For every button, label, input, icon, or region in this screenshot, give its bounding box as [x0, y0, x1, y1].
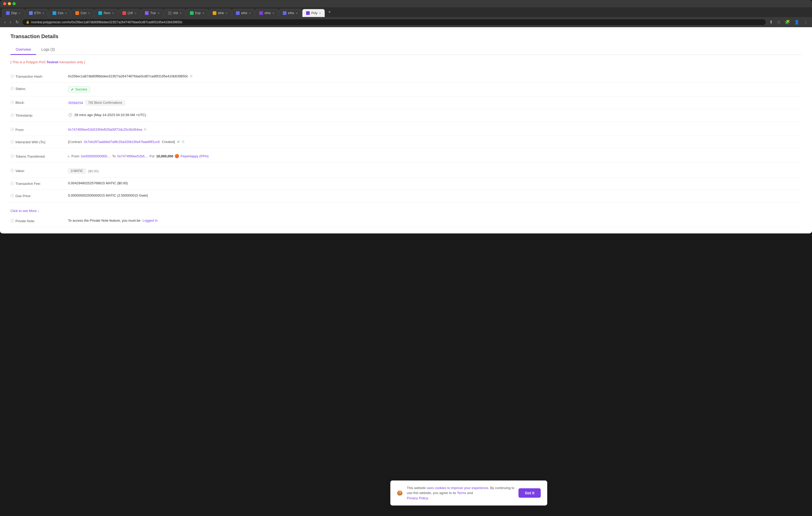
tab-close-icon[interactable]: ✕ — [272, 12, 274, 14]
tab-close-icon[interactable]: ✕ — [112, 12, 114, 14]
tab-logs[interactable]: Logs (3) — [36, 45, 60, 55]
tab-favicon — [6, 11, 10, 15]
browser-tab-dep[interactable]: Dep ✕ — [2, 9, 25, 17]
browser-tab-ethe1[interactable]: ethe ✕ — [209, 9, 232, 17]
tab-close-icon[interactable]: ✕ — [42, 12, 44, 14]
tab-label: Exp — [195, 11, 201, 15]
gas-price-label: ⓘ Gas Price: — [10, 193, 68, 198]
browser-tab-rem[interactable]: Rem ✕ — [94, 9, 118, 17]
browser-tab-chil[interactable]: chil ✕ — [164, 9, 185, 17]
help-icon: ⓘ — [10, 154, 14, 159]
tab-close-icon[interactable]: ✕ — [249, 12, 251, 14]
tab-close-icon[interactable]: ✕ — [202, 12, 204, 14]
close-button[interactable] — [3, 2, 6, 5]
menu-button[interactable]: ⋮ — [803, 19, 809, 26]
maximize-button[interactable] — [12, 2, 16, 5]
tab-label: ethe — [288, 11, 294, 15]
browser-tab-eth[interactable]: ETH ✕ — [25, 9, 48, 17]
address-bar[interactable]: 🔒 mumbai.polygonscan.com/tx/0x256ec1a87d… — [22, 19, 766, 26]
token-name-link[interactable]: PepeHappy (PPH) — [180, 154, 208, 158]
tab-favicon — [190, 11, 194, 15]
page-nav-tabs: Overview Logs (3) — [10, 45, 802, 55]
page-title: Transaction Details — [10, 33, 802, 39]
help-icon: ⓘ — [10, 181, 14, 186]
tab-favicon — [236, 11, 240, 15]
status-text: Success — [75, 88, 87, 91]
block-number-link[interactable]: 35568254 — [68, 101, 83, 105]
logged-in-link[interactable]: Logged In — [143, 218, 158, 222]
browser-tab-ces[interactable]: Ces ✕ — [49, 9, 71, 17]
help-icon: ⓘ — [10, 113, 14, 118]
back-button[interactable]: ‹ — [3, 19, 6, 26]
tab-close-icon[interactable]: ✕ — [88, 12, 90, 14]
tab-label: ethe — [218, 11, 224, 15]
help-icon: ⓘ — [10, 140, 14, 144]
browser-tab-exp[interactable]: Exp ✕ — [186, 9, 208, 17]
transaction-fee-value: 0.004294802525768815 MATIC ($0.00) — [68, 181, 802, 185]
share-button[interactable]: ⬆ — [768, 19, 774, 26]
usd-value: ($0.00) — [88, 169, 98, 173]
reload-button[interactable]: ↻ — [14, 19, 20, 26]
browser-tab-18[interactable]: (18! ✕ — [118, 9, 141, 17]
new-tab-button[interactable]: + — [325, 7, 334, 17]
tab-close-icon[interactable]: ✕ — [157, 12, 160, 14]
testnet-prefix: [ This is a Polygon PoS — [10, 60, 47, 64]
copy-hash-icon[interactable]: ⎘ — [190, 74, 192, 78]
interacted-with-label: ⓘ Interacted With (To): — [10, 140, 68, 144]
help-icon: ⓘ — [10, 86, 14, 91]
spacer2 — [10, 148, 802, 150]
tab-close-icon[interactable]: ✕ — [319, 12, 321, 14]
tokens-transferred-label: ⓘ Tokens Transferred: — [10, 154, 68, 159]
address-bar-row: ‹ › ↻ 🔒 mumbai.polygonscan.com/tx/0x256e… — [0, 17, 812, 27]
copy-from-icon[interactable]: ⎘ — [144, 127, 146, 131]
browser-tab-con[interactable]: Con ✕ — [71, 9, 94, 17]
browser-tab-ethe3[interactable]: ethe ✕ — [255, 9, 278, 17]
browser-tab-ethe2[interactable]: ethe ✕ — [232, 9, 255, 17]
browser-tabs: Dep ✕ ETH ✕ Ces ✕ Con ✕ Rem ✕ (18! ✕ — [0, 7, 812, 17]
value-row: ⓘ Value: 0 MATIC ($0.00) — [10, 165, 802, 178]
tab-close-icon[interactable]: ✕ — [226, 12, 228, 14]
tab-close-icon[interactable]: ✕ — [135, 12, 137, 14]
minimize-button[interactable] — [8, 2, 11, 5]
bookmark-button[interactable]: ☆ — [776, 19, 782, 26]
contract-prefix: [Contract — [68, 140, 82, 144]
verified-icon: ✔ — [177, 140, 180, 144]
profile-button[interactable]: 👤 — [793, 19, 801, 26]
block-value: 35568254 792 Block Confirmations — [68, 100, 802, 105]
tokens-transferred-row: ⓘ Tokens Transferred: ▸ From 0x000000000… — [10, 150, 802, 162]
interacted-with-row: ⓘ Interacted With (To): [Contract 0x7eb2… — [10, 136, 802, 148]
token-from-address[interactable]: 0x000000000000… — [81, 154, 111, 158]
gas-price-row: ⓘ Gas Price: 0.000000002500000015 MATIC … — [10, 190, 802, 202]
forward-button[interactable]: › — [9, 19, 12, 26]
transaction-hash-label: ⓘ Transaction Hash: — [10, 74, 68, 79]
spacer3 — [10, 162, 802, 165]
tab-close-icon[interactable]: ✕ — [179, 12, 181, 14]
transaction-hash-text: 0x256ec1a87db80f8bbdee323f27a2647487fdae… — [68, 74, 188, 78]
transaction-fee-text: 0.004294802525768815 MATIC ($0.00) — [68, 181, 128, 185]
details-table: ⓘ Transaction Hash: 0x256ec1a87db80f8bbd… — [10, 70, 802, 202]
browser-tab-tran[interactable]: Trar ✕ — [141, 9, 164, 17]
browser-tab-poly[interactable]: Poly ✕ — [302, 9, 325, 17]
contract-address-link[interactable]: 0x7eb287aabbbd7a9fc20a320b15fa47bae89f1c… — [84, 140, 160, 144]
tab-close-icon[interactable]: ✕ — [65, 12, 67, 14]
from-address-link[interactable]: 0x7474f06ee52b533f4ef02fa00f72dc25c0b364… — [68, 127, 142, 131]
token-to-address[interactable]: 0x7474f06ee52b5… — [117, 154, 148, 158]
tab-close-icon[interactable]: ✕ — [19, 12, 21, 14]
copy-contract-icon[interactable]: ⎘ — [182, 140, 184, 144]
tab-label: (18! — [128, 11, 133, 15]
tokens-transferred-value: ▸ From 0x000000000000… To 0x7474f06ee52b… — [68, 154, 802, 158]
extensions-button[interactable]: 🧩 — [784, 19, 791, 26]
lock-icon: 🔒 — [26, 20, 30, 24]
tab-overview[interactable]: Overview — [10, 45, 36, 55]
interacted-with-value: [Contract 0x7eb287aabbbd7a9fc20a320b15fa… — [68, 140, 802, 144]
private-note-value: To access the Private Note feature, you … — [68, 218, 802, 222]
help-icon: ⓘ — [10, 218, 14, 223]
help-icon: ⓘ — [10, 100, 14, 105]
tab-close-icon[interactable]: ✕ — [296, 12, 298, 14]
token-for-label: For — [150, 154, 155, 158]
block-row: ⓘ Block: 35568254 792 Block Confirmation… — [10, 96, 802, 109]
testnet-notice: [ This is a Polygon PoS Testnet transact… — [10, 60, 802, 64]
tab-label: Poly — [311, 11, 317, 15]
click-to-see-more-button[interactable]: Click to see More ↓ — [10, 209, 39, 213]
browser-tab-ethe4[interactable]: ethe ✕ — [279, 9, 301, 17]
